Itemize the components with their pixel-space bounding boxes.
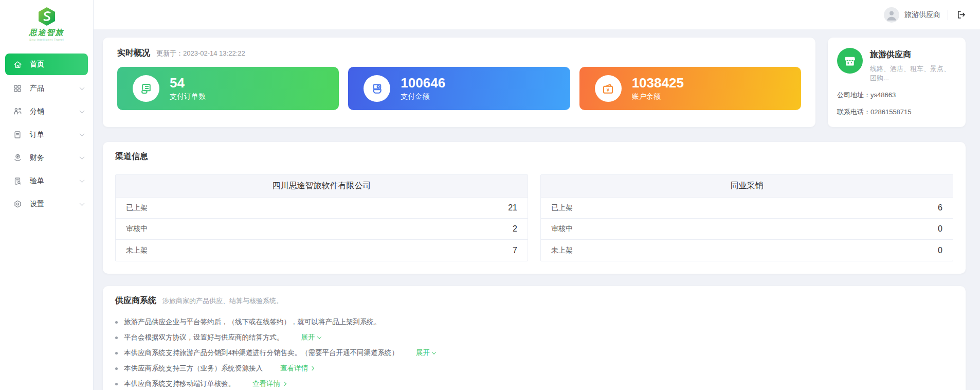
chevron-down-icon — [432, 350, 436, 354]
chevron-down-icon — [80, 85, 85, 90]
finance-icon — [12, 153, 23, 163]
chevron-down-icon — [80, 131, 85, 136]
receipt-icon — [133, 75, 159, 102]
stat-label: 支付金额 — [401, 92, 445, 101]
channel-info-card: 渠道信息 四川思途智旅软件有限公司 已上架 21 审核中 2 未上 — [103, 142, 966, 274]
chevron-right-icon — [310, 366, 314, 370]
header-divider — [948, 10, 948, 20]
channel-table-company: 四川思途智旅软件有限公司 已上架 21 审核中 2 未上架 7 — [115, 174, 528, 261]
chevron-down-icon — [80, 178, 85, 183]
document-icon — [12, 130, 23, 140]
sidebar-item-distribution[interactable]: 分销 — [0, 100, 93, 123]
avatar — [884, 7, 899, 23]
table-header: 四川思途智旅软件有限公司 — [116, 175, 528, 198]
stat-paid-amount: 100646 支付金额 — [348, 67, 570, 110]
sidebar-item-home[interactable]: 首页 — [5, 54, 88, 75]
sidebar-item-settings[interactable]: 设置 — [0, 192, 93, 216]
wallet-icon: ¥ — [595, 75, 622, 102]
sidebar-item-orders[interactable]: 订单 — [0, 123, 93, 146]
bullet-dot-icon — [115, 336, 118, 339]
sidebar-item-label: 验单 — [30, 176, 44, 186]
user-name: 旅游供应商 — [904, 10, 940, 20]
table-row: 审核中 0 — [541, 219, 953, 240]
brand-hexagon-icon — [37, 6, 57, 27]
overview-title: 实时概况 — [117, 48, 150, 59]
list-item: 本供应商系统支持旅游产品分销到4种渠道进行分销售卖。（需要平台开通不同渠道系统）… — [115, 345, 953, 361]
sidebar-item-label: 财务 — [30, 153, 44, 163]
verify-icon — [12, 176, 23, 186]
overview-updated-timestamp: 更新于：2023-02-14 13:22:22 — [156, 49, 245, 58]
user-menu[interactable]: 旅游供应商 — [884, 7, 940, 23]
stat-value: 100646 — [401, 76, 445, 91]
detail-link[interactable]: 查看详情 — [252, 379, 286, 388]
bullet-dot-icon — [115, 367, 118, 370]
realtime-overview-card: 实时概况 更新于：2023-02-14 13:22:22 — [103, 38, 815, 127]
grid-icon — [12, 83, 23, 94]
top-header: 旅游供应商 — [94, 0, 980, 29]
shop-icon — [837, 48, 863, 74]
payment-hand-icon — [364, 75, 390, 102]
brand-name: 思途智旅 — [0, 28, 93, 38]
stat-account-balance: ¥ 1038425 账户余额 — [579, 67, 801, 110]
channels-title: 渠道信息 — [115, 151, 953, 162]
system-bullet-list: 旅游产品供应企业与平台签约后，（线下或在线签约），就可以将产品上架到系统。 平台… — [115, 314, 953, 390]
supplier-phone: 联系电话：02861558715 — [837, 108, 956, 117]
sidebar-item-label: 首页 — [30, 60, 44, 69]
chevron-down-icon — [80, 201, 85, 206]
stat-value: 54 — [170, 76, 206, 91]
detail-link[interactable]: 查看详情 — [280, 364, 314, 373]
supplier-name: 旅游供应商 — [870, 49, 956, 60]
stat-value: 1038425 — [632, 76, 684, 91]
sidebar-item-label: 设置 — [30, 200, 44, 209]
sidebar-menu: 首页 产品 分销 — [0, 54, 93, 216]
logout-icon[interactable] — [955, 9, 967, 21]
stat-label: 支付订单数 — [170, 92, 206, 101]
svg-text:¥: ¥ — [607, 86, 610, 92]
list-item: 本供应商系统支持三方（业务）系统资源接入 查看详情 — [115, 361, 953, 376]
stat-paid-orders: 54 支付订单数 — [117, 67, 339, 110]
sidebar-item-products[interactable]: 产品 — [0, 77, 93, 100]
table-row: 已上架 6 — [541, 198, 953, 219]
table-row: 未上架 7 — [116, 240, 528, 261]
chevron-down-icon — [80, 154, 85, 159]
page-content: 实时概况 更新于：2023-02-14 13:22:22 — [94, 29, 980, 390]
brand-tagline: Situ Intelligent Travel — [0, 38, 93, 41]
chevron-down-icon — [80, 108, 85, 113]
supplier-categories: 线路、酒店、租车、景点、团购... — [870, 64, 956, 83]
expand-link[interactable]: 展开 — [416, 348, 435, 358]
list-item: 旅游产品供应企业与平台签约后，（线下或在线签约），就可以将产品上架到系统。 — [115, 314, 953, 330]
system-title: 供应商系统 — [115, 295, 156, 306]
app-root: 思途智旅 Situ Intelligent Travel 首页 产品 — [0, 0, 980, 390]
sidebar-item-verification[interactable]: 验单 — [0, 169, 93, 192]
sidebar: 思途智旅 Situ Intelligent Travel 首页 产品 — [0, 0, 94, 390]
settings-icon — [12, 199, 23, 209]
sidebar-item-label: 产品 — [30, 84, 44, 93]
list-item: 本供应商系统支持移动端订单核验。 查看详情 — [115, 376, 953, 390]
bullet-dot-icon — [115, 321, 118, 324]
expand-link[interactable]: 展开 — [301, 333, 321, 342]
chevron-right-icon — [282, 382, 286, 386]
sidebar-item-finance[interactable]: 财务 — [0, 146, 93, 169]
channel-table-peer: 同业采销 已上架 6 审核中 0 未上架 0 — [540, 174, 953, 261]
stat-label: 账户余额 — [632, 92, 684, 101]
supplier-system-card: 供应商系统 涉旅商家的产品供应、结算与核验系统。 旅游产品供应企业与平台签约后，… — [103, 286, 966, 390]
list-item: 平台会根据双方协议，设置好与供应商的结算方式。 展开 — [115, 330, 953, 345]
sidebar-item-label: 分销 — [30, 107, 44, 116]
home-icon — [12, 59, 23, 69]
table-row: 审核中 2 — [116, 219, 528, 240]
bullet-dot-icon — [115, 352, 118, 354]
table-header: 同业采销 — [541, 175, 953, 198]
people-icon — [12, 107, 23, 117]
table-row: 已上架 21 — [116, 198, 528, 219]
bullet-dot-icon — [115, 383, 118, 385]
brand-logo: 思途智旅 Situ Intelligent Travel — [0, 0, 93, 41]
system-subtitle: 涉旅商家的产品供应、结算与核验系统。 — [162, 296, 283, 306]
supplier-info-card: 旅游供应商 线路、酒店、租车、景点、团购... 公司地址：ys48663 联系电… — [828, 38, 966, 127]
supplier-address: 公司地址：ys48663 — [837, 91, 956, 100]
sidebar-item-label: 订单 — [30, 130, 44, 139]
table-row: 未上架 0 — [541, 240, 953, 261]
chevron-down-icon — [317, 334, 321, 339]
